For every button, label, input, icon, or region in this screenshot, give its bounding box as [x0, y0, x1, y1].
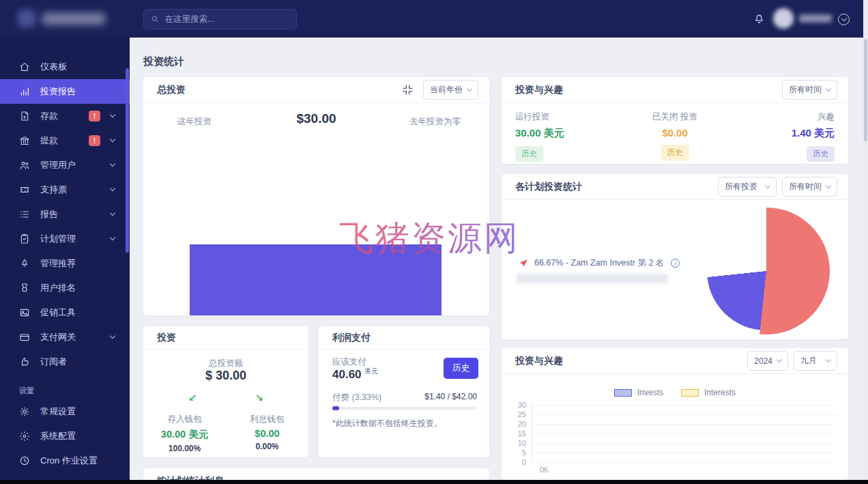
user-dropdown-button[interactable] — [838, 14, 850, 25]
search-icon — [151, 14, 160, 24]
due-unit: 美元 — [364, 367, 378, 375]
search-input[interactable] — [165, 14, 289, 24]
gear-icon — [19, 406, 30, 417]
image-icon — [19, 307, 30, 318]
legend-invests[interactable]: Invests — [614, 388, 663, 397]
sidebar-item-payment-gateways[interactable]: 支付网关 — [0, 325, 130, 350]
bar-chart-icon — [19, 86, 30, 97]
paid-label: 付费 (3.33%) — [332, 392, 381, 403]
sidebar-item-withdrawals[interactable]: 提款 ! — [0, 128, 130, 153]
sidebar-item-deposits[interactable]: 存款 ! — [0, 104, 130, 128]
chevron-down-icon — [110, 137, 115, 142]
sidebar-item-cron-settings[interactable]: Cron 作业设置 — [0, 449, 130, 473]
user-menu[interactable] — [773, 8, 833, 29]
sidebar-item-support-tickets[interactable]: 支持票 — [0, 177, 130, 202]
notifications-button[interactable] — [753, 12, 766, 28]
sidebar-item-invest-report[interactable]: 投资报告 — [0, 79, 130, 104]
bell-icon — [753, 12, 766, 25]
card-title: 按计划统计利息 — [157, 475, 224, 480]
card-title: 投资与兴趣 — [515, 84, 563, 96]
gridline — [532, 405, 837, 405]
sidebar-item-plan-management[interactable]: 计划管理 — [0, 227, 130, 251]
y-tick: 25 — [502, 410, 526, 418]
avatar — [773, 8, 794, 29]
profit-payment-card: 利润支付 应该支付 40.60 美元 历史 付费 (3.33%) $1.40 /… — [319, 326, 489, 457]
paid-progress-bar — [332, 407, 476, 410]
main-content: 投资统计 总投资 当前年份 这年投资 $30.00 去年投资为零 投资与兴趣 所… — [130, 38, 868, 480]
sidebar-item-system-config[interactable]: 系统配置 — [0, 424, 130, 449]
sidebar-item-manage-referrals[interactable]: 管理推荐 — [0, 251, 130, 276]
month-select[interactable]: 九月 — [794, 351, 837, 371]
y-tick: 10 — [502, 439, 526, 447]
year-bar[interactable] — [190, 244, 442, 315]
gridline — [532, 433, 837, 434]
top-bar — [0, 0, 868, 38]
year-select[interactable]: 2024 — [747, 351, 788, 371]
running-invest-label: 运行投资 — [515, 111, 624, 123]
plan-filter-select[interactable]: 所有投资 — [718, 177, 777, 197]
users-icon — [19, 160, 30, 171]
total-amount-label: 总投资额 — [143, 358, 308, 369]
gridline — [532, 414, 837, 415]
paid-progress-fill — [332, 406, 339, 410]
gridline — [532, 462, 837, 463]
bank-icon — [19, 135, 30, 146]
interest-wallet-label: 利息钱包 — [226, 414, 308, 425]
clipboard-icon — [19, 233, 30, 244]
pie-legend-item-blurred — [517, 274, 668, 283]
sidebar-item-reports[interactable]: 报告 — [0, 202, 130, 227]
history-link[interactable]: 历史 — [661, 145, 689, 160]
time-filter-select[interactable]: 所有时间 — [782, 177, 837, 197]
list-icon — [19, 209, 30, 220]
last-year-label: 去年投资为零 — [409, 116, 461, 128]
scrollbar-thumb[interactable] — [864, 39, 867, 141]
chevron-down-icon — [826, 182, 831, 188]
invests-swatch — [614, 389, 632, 397]
closed-invest-label: 已关闭 投资 — [620, 111, 729, 123]
invest-interest-card: 投资与兴趣 所有时间 运行投资 30.00 美元 历史 已关闭 投资 $0.00… — [502, 77, 848, 164]
page-scrollbar[interactable] — [863, 0, 868, 484]
interests-swatch — [681, 389, 699, 397]
gear-icon — [19, 431, 30, 442]
sidebar-item-manage-users[interactable]: 管理用户 — [0, 153, 130, 177]
deposit-wallet-label: 存入钱包 — [143, 414, 226, 425]
y-tick: 0 — [502, 458, 526, 466]
card-title: 各计划投资统计 — [515, 181, 582, 193]
y-axis-line — [532, 405, 532, 462]
y-tick: 5 — [502, 449, 526, 457]
ticket-icon — [19, 184, 30, 195]
investment-card: 投资 总投资额 $ 30.00 存入钱包 30.00 美元 100.00% 利息… — [143, 326, 308, 457]
pie-legend-item[interactable]: 66.67% - Zam Zam Investr 第 2 名 — [519, 257, 680, 269]
interest-by-plan-card: 按计划统计利息 — [143, 468, 489, 480]
arrow-down-right-icon — [255, 392, 263, 404]
gridline — [532, 443, 837, 444]
paid-value: $1.40 / $42.00 — [424, 392, 477, 401]
sidebar-item-promotion-tools[interactable]: 促销工具 — [0, 300, 130, 325]
card-title: 利润支付 — [332, 332, 371, 344]
time-filter-select[interactable]: 所有时间 — [782, 80, 837, 100]
info-icon[interactable] — [671, 259, 680, 268]
chevron-down-icon — [841, 15, 846, 20]
legend-interests[interactable]: Interests — [681, 388, 736, 397]
monthly-chart-card: 投资与兴趣 2024 九月 Invests Interests 30 25 20… — [502, 348, 848, 480]
username-blurred — [799, 14, 832, 23]
sidebar-item-user-ranking[interactable]: 用户排名 — [0, 276, 130, 300]
history-link[interactable]: 历史 — [807, 146, 835, 162]
collapse-icon[interactable] — [402, 84, 414, 96]
arrow-down-left-icon — [188, 392, 197, 404]
history-button[interactable]: 历史 — [444, 358, 478, 379]
sidebar-item-dashboard[interactable]: 仪表板 — [0, 55, 130, 79]
bottom-edge-bar — [0, 480, 868, 484]
sidebar-scrollbar[interactable] — [126, 68, 129, 253]
plan-investment-stats-card: 各计划投资统计 所有投资 所有时间 66.67% - Zam Zam Inves… — [502, 174, 848, 339]
deposit-wallet-value: 30.00 美元 — [143, 428, 226, 441]
chevron-down-icon — [110, 112, 115, 117]
year-filter-select[interactable]: 当前年份 — [423, 80, 478, 100]
total-investment-card: 总投资 当前年份 这年投资 $30.00 去年投资为零 — [143, 77, 489, 315]
pie-slice-purple[interactable] — [707, 212, 826, 330]
global-search[interactable] — [143, 9, 297, 29]
chevron-down-icon — [826, 356, 831, 362]
history-link[interactable]: 历史 — [515, 146, 543, 162]
sidebar-item-general-settings[interactable]: 常规设置 — [0, 399, 130, 424]
y-tick: 15 — [502, 429, 526, 438]
